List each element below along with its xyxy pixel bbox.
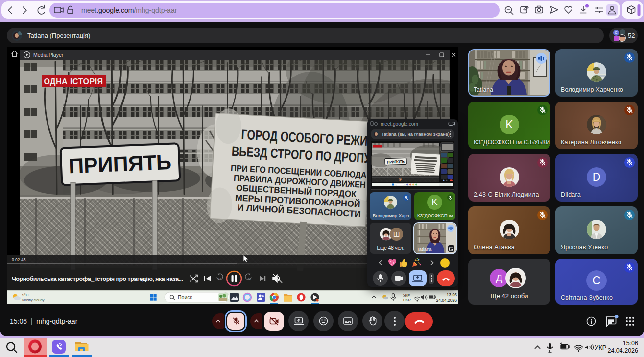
svg-text:24.04.2026: 24.04.2026 xyxy=(436,298,457,303)
svg-text:UKR: UKR xyxy=(403,298,411,302)
svg-text:meet.google.com: meet.google.com xyxy=(381,121,418,127)
svg-text:ПРИПЯТЬ: ПРИПЯТЬ xyxy=(387,159,405,164)
svg-text:13:06: 13:06 xyxy=(447,292,457,297)
svg-text:meet.google.com/mhg-qdtp-aar: meet.google.com/mhg-qdtp-aar xyxy=(81,6,177,14)
svg-text:10: 10 xyxy=(218,278,222,280)
svg-text:Поиск: Поиск xyxy=(178,294,192,300)
svg-text:УКР: УКР xyxy=(403,293,410,298)
svg-text:Чорнобильська катастрофа_ істо: Чорнобильська катастрофа_ історія про тр… xyxy=(12,276,183,282)
svg-text:9°C: 9°C xyxy=(22,293,29,297)
svg-text:30: 30 xyxy=(248,278,251,280)
svg-text:0:02:43: 0:02:43 xyxy=(12,257,26,262)
svg-text:Mostly cloudy: Mostly cloudy xyxy=(22,298,45,302)
svg-text:Media Player: Media Player xyxy=(33,52,64,58)
